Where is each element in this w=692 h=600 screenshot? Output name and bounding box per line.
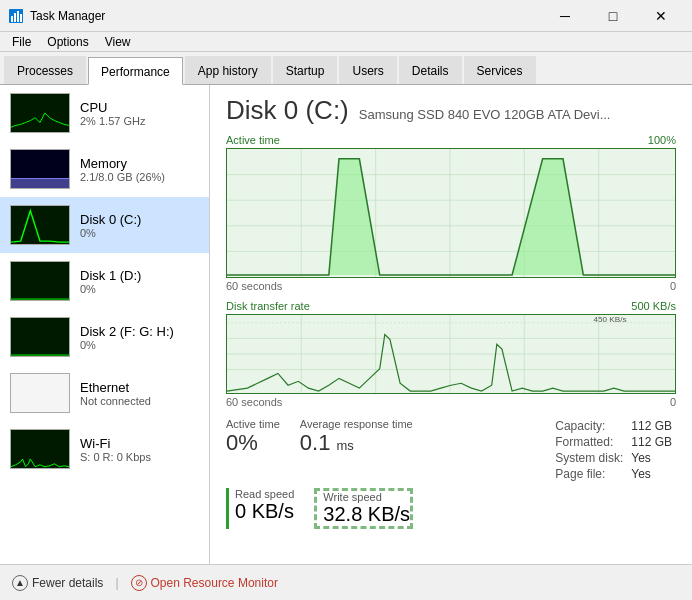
- sidebar-item-disk2[interactable]: Disk 2 (F: G: H:) 0%: [0, 309, 209, 365]
- window-controls: ─ □ ✕: [542, 0, 684, 32]
- cpu-info: CPU 2% 1.57 GHz: [80, 100, 199, 127]
- svg-rect-1: [11, 16, 13, 22]
- avg-response-stat: Average response time 0.1 ms: [300, 418, 413, 482]
- app-icon: [8, 8, 24, 24]
- chart1-labels: Active time 100%: [226, 134, 676, 146]
- resource-monitor-icon: ⊘: [131, 575, 147, 591]
- fewer-details-icon: ▲: [12, 575, 28, 591]
- active-time-value: 0%: [226, 430, 280, 456]
- open-resource-monitor-label: Open Resource Monitor: [151, 576, 278, 590]
- tab-processes[interactable]: Processes: [4, 56, 86, 84]
- capacity-label: Capacity:: [551, 418, 627, 434]
- system-disk-row: System disk: Yes: [551, 450, 676, 466]
- capacity-row: Capacity: 112 GB: [551, 418, 676, 434]
- menubar: File Options View: [0, 32, 692, 52]
- titlebar: Task Manager ─ □ ✕: [0, 0, 692, 32]
- cpu-label: CPU: [80, 100, 199, 115]
- avg-response-unit: ms: [337, 438, 354, 453]
- formatted-row: Formatted: 112 GB: [551, 434, 676, 450]
- memory-info: Memory 2.1/8.0 GB (26%): [80, 156, 199, 183]
- tab-startup[interactable]: Startup: [273, 56, 338, 84]
- ethernet-value: Not connected: [80, 395, 199, 407]
- active-time-stat: Active time 0%: [226, 418, 280, 482]
- chart1-max: 100%: [648, 134, 676, 146]
- svg-rect-3: [17, 11, 19, 22]
- sidebar-item-disk0[interactable]: Disk 0 (C:) 0%: [0, 197, 209, 253]
- cpu-mini-graph: [10, 93, 70, 133]
- write-speed-label: Write speed: [323, 491, 410, 503]
- page-file-row: Page file: Yes: [551, 466, 676, 482]
- sidebar-item-disk1[interactable]: Disk 1 (D:) 0%: [0, 253, 209, 309]
- tab-services[interactable]: Services: [464, 56, 536, 84]
- content-area: Disk 0 (C:) Samsung SSD 840 EVO 120GB AT…: [210, 85, 692, 564]
- disk2-value: 0%: [80, 339, 199, 351]
- avg-response-label: Average response time: [300, 418, 413, 430]
- window-title: Task Manager: [30, 9, 542, 23]
- menu-options[interactable]: Options: [39, 32, 96, 52]
- maximize-button[interactable]: □: [590, 0, 636, 32]
- memory-label: Memory: [80, 156, 199, 171]
- sidebar-item-cpu[interactable]: CPU 2% 1.57 GHz: [0, 85, 209, 141]
- disk0-info: Disk 0 (C:) 0%: [80, 212, 199, 239]
- sidebar-item-wifi[interactable]: Wi-Fi S: 0 R: 0 Kbps: [0, 421, 209, 477]
- sidebar-item-ethernet[interactable]: Ethernet Not connected: [0, 365, 209, 421]
- open-resource-monitor-link[interactable]: ⊘ Open Resource Monitor: [131, 575, 278, 591]
- active-time-label: Active time: [226, 418, 280, 430]
- tab-details[interactable]: Details: [399, 56, 462, 84]
- chart1-min: 0: [670, 280, 676, 292]
- system-disk-label: System disk:: [551, 450, 627, 466]
- ethernet-label: Ethernet: [80, 380, 199, 395]
- disk2-info: Disk 2 (F: G: H:) 0%: [80, 324, 199, 351]
- disk-title: Disk 0 (C:): [226, 95, 349, 126]
- sidebar-item-memory[interactable]: Memory 2.1/8.0 GB (26%): [0, 141, 209, 197]
- menu-file[interactable]: File: [4, 32, 39, 52]
- memory-value: 2.1/8.0 GB (26%): [80, 171, 199, 183]
- ethernet-mini-graph: [10, 373, 70, 413]
- minimize-button[interactable]: ─: [542, 0, 588, 32]
- chart2-min: 0: [670, 396, 676, 408]
- tab-performance[interactable]: Performance: [88, 57, 183, 85]
- svg-rect-2: [14, 13, 16, 22]
- disk-subtitle: Samsung SSD 840 EVO 120GB ATA Devi...: [359, 107, 611, 122]
- chart1-label: Active time: [226, 134, 280, 146]
- svg-rect-5: [11, 179, 69, 189]
- footer-separator: |: [115, 576, 118, 590]
- chart2-label: Disk transfer rate: [226, 300, 310, 312]
- cpu-value: 2% 1.57 GHz: [80, 115, 199, 127]
- formatted-label: Formatted:: [551, 434, 627, 450]
- page-file-value: Yes: [627, 466, 676, 482]
- svg-rect-4: [20, 14, 22, 22]
- chart2-labels: Disk transfer rate 500 KB/s: [226, 300, 676, 312]
- disk0-mini-graph: [10, 205, 70, 245]
- disk1-value: 0%: [80, 283, 199, 295]
- disk1-label: Disk 1 (D:): [80, 268, 199, 283]
- content-header: Disk 0 (C:) Samsung SSD 840 EVO 120GB AT…: [226, 95, 676, 126]
- close-button[interactable]: ✕: [638, 0, 684, 32]
- transfer-rate-chart: Disk transfer rate 500 KB/s 450 KB/s: [226, 300, 676, 408]
- chart1-time: 60 seconds: [226, 280, 282, 292]
- active-time-chart: Active time 100%: [226, 134, 676, 292]
- wifi-info: Wi-Fi S: 0 R: 0 Kbps: [80, 436, 199, 463]
- disk1-mini-graph: [10, 261, 70, 301]
- disk0-label: Disk 0 (C:): [80, 212, 199, 227]
- write-speed-value: 32.8 KB/s: [323, 503, 410, 526]
- chart2-area: 450 KB/s: [226, 314, 676, 394]
- disk2-label: Disk 2 (F: G: H:): [80, 324, 199, 339]
- footer: ▲ Fewer details | ⊘ Open Resource Monito…: [0, 564, 692, 600]
- tab-app-history[interactable]: App history: [185, 56, 271, 84]
- system-disk-value: Yes: [627, 450, 676, 466]
- tab-users[interactable]: Users: [339, 56, 396, 84]
- ethernet-info: Ethernet Not connected: [80, 380, 199, 407]
- sidebar: CPU 2% 1.57 GHz Memory 2.1/8.0 GB (26%): [0, 85, 210, 564]
- avg-response-value: 0.1 ms: [300, 430, 413, 456]
- chart1-area: [226, 148, 676, 278]
- fewer-details-button[interactable]: ▲ Fewer details: [12, 575, 103, 591]
- formatted-value: 112 GB: [627, 434, 676, 450]
- disk1-info: Disk 1 (D:) 0%: [80, 268, 199, 295]
- read-speed-label: Read speed: [235, 488, 294, 500]
- chart2-max: 500 KB/s: [631, 300, 676, 312]
- menu-view[interactable]: View: [97, 32, 139, 52]
- wifi-mini-graph: [10, 429, 70, 469]
- disk0-value: 0%: [80, 227, 199, 239]
- stats-row: Active time 0% Average response time 0.1…: [226, 418, 676, 482]
